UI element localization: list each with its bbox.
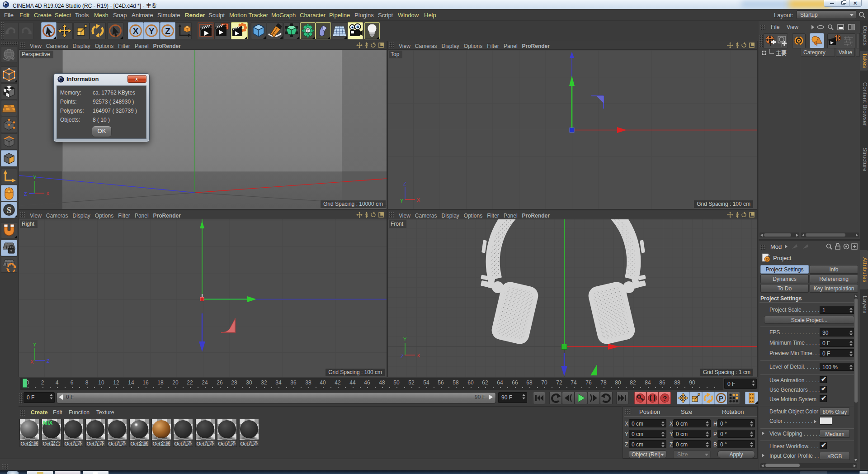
svg-text:X: X — [133, 26, 139, 36]
svg-text:X: X — [30, 359, 34, 365]
svg-text:X: X — [417, 197, 420, 203]
svg-text:Z: Z — [165, 26, 170, 36]
svg-text:X: X — [46, 191, 50, 196]
svg-text:Z: Z — [24, 191, 27, 197]
svg-text:Y: Y — [33, 175, 37, 180]
svg-text:Y: Y — [149, 26, 155, 36]
svg-text:Z: Z — [403, 181, 406, 186]
svg-text:S: S — [7, 205, 12, 215]
svg-text:Y: Y — [400, 198, 404, 204]
svg-text:Z: Z — [401, 354, 404, 359]
svg-text:P: P — [719, 394, 723, 402]
svg-text:Z: Z — [47, 358, 50, 364]
svg-text:Y: Y — [33, 342, 37, 347]
svg-text:Y: Y — [403, 337, 407, 342]
svg-text:?: ? — [663, 394, 667, 402]
svg-text:X: X — [417, 353, 420, 358]
